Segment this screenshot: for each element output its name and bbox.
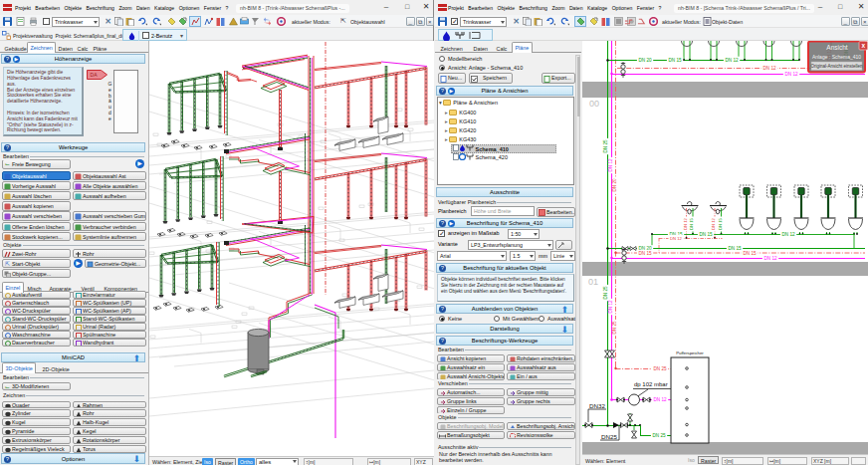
svg-text:DN 15: DN 15 [689, 217, 694, 230]
svg-text:DN 15: DN 15 [743, 251, 756, 256]
svg-text:DN 25: DN 25 [653, 366, 666, 371]
svg-text:DN 12: DN 12 [725, 58, 738, 63]
svg-text:DN 15: DN 15 [728, 246, 741, 251]
svg-text:DN 25: DN 25 [603, 139, 608, 152]
svg-text:DN 15: DN 15 [668, 58, 681, 63]
svg-text:DN 25: DN 25 [603, 286, 608, 299]
svg-text:Original-Ansicht einstellen: Original-Ansicht einstellen [810, 64, 863, 69]
svg-text:DN 15: DN 15 [699, 232, 712, 237]
svg-text:DA: DA [91, 72, 99, 78]
svg-text:DN 12: DN 12 [784, 72, 797, 77]
svg-text:DN 15: DN 15 [638, 251, 651, 256]
svg-text:DN 12: DN 12 [711, 217, 716, 230]
svg-text:DN 20: DN 20 [638, 58, 651, 63]
svg-text:Anlage : Schema_410: Anlage : Schema_410 [812, 54, 861, 60]
svg-text:x: x [861, 42, 865, 49]
svg-text:DN 12: DN 12 [653, 397, 666, 402]
svg-text:DN 12: DN 12 [608, 300, 613, 313]
svg-text:DN 12: DN 12 [763, 256, 776, 261]
svg-text:Ansicht: Ansicht [826, 44, 848, 51]
svg-text:DN 15: DN 15 [718, 217, 723, 230]
svg-text:01: 01 [588, 277, 598, 287]
svg-text:dp 102 mbar: dp 102 mbar [634, 381, 668, 387]
svg-text:DN 25: DN 25 [612, 321, 617, 334]
svg-text:DN 12: DN 12 [670, 236, 683, 241]
svg-text:DN25: DN25 [601, 433, 617, 440]
svg-text:DN 12: DN 12 [762, 66, 775, 71]
svg-text:DN 12: DN 12 [683, 217, 688, 230]
svg-text:DN32: DN32 [589, 402, 605, 409]
svg-text:Pufferspeicher: Pufferspeicher [676, 350, 704, 355]
svg-text:00: 00 [589, 99, 599, 109]
svg-text:DN 12: DN 12 [608, 158, 613, 171]
svg-text:DN 20: DN 20 [612, 178, 617, 191]
svg-text:DN 25: DN 25 [652, 433, 665, 438]
svg-text:DN 12: DN 12 [781, 232, 794, 237]
